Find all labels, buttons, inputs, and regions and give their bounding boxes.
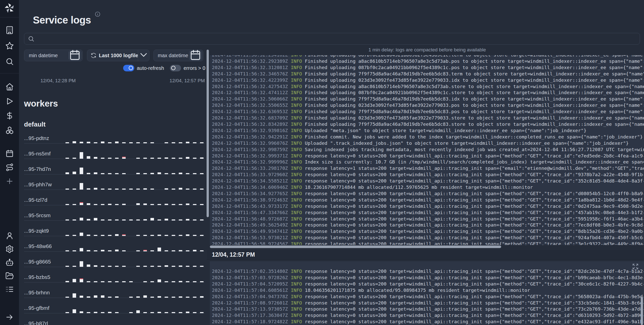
log-line: 2024-12-04T11:56:43.973317Z INFO respons… — [212, 203, 644, 210]
dollar-icon[interactable] — [5, 111, 14, 120]
sidebar-divider — [0, 17, 19, 17]
play-icon[interactable] — [5, 97, 14, 106]
activity-bar — [115, 266, 119, 267]
activity-bar — [122, 204, 126, 205]
max-datetime-input[interactable] — [157, 52, 189, 59]
activity-bar — [115, 281, 119, 282]
activity-bar — [172, 142, 175, 143]
activity-bar — [122, 281, 126, 282]
worker-name: ...95-48w66 — [24, 243, 62, 251]
activity-bar — [94, 265, 97, 267]
star-icon[interactable] — [5, 42, 14, 50]
activity-bar — [101, 250, 104, 251]
log-panel-latest: 2024-12-04T11:57:02.351480Z INFO respons… — [210, 261, 644, 325]
activity-bar — [122, 266, 126, 267]
activity-bar — [158, 172, 161, 174]
worker-row[interactable]: ...95-bzbs5 — [24, 267, 205, 282]
worker-row[interactable]: ...95-phh7w — [24, 174, 205, 190]
worker-row[interactable]: ...95-5rcsm — [24, 205, 205, 221]
log-line: 2024-12-04T11:57:03.972826Z INFO respons… — [212, 275, 644, 281]
activity-bar — [200, 250, 204, 251]
activity-bar — [136, 173, 140, 174]
min-datetime-input[interactable] — [28, 52, 69, 59]
logs-horizontal-scrollbar[interactable] — [210, 246, 501, 248]
worker-name: ...95-bzbs5 — [24, 274, 62, 282]
errors-filter-toggle[interactable] — [170, 65, 181, 71]
expand-icon[interactable] — [632, 263, 639, 270]
log-line: 2024-12-04T11:56:32.636953Z INFO Finishe… — [212, 109, 644, 115]
log-line: 2024-12-04T11:57:04.947378Z INFO respons… — [212, 294, 644, 300]
logfiles-dropdown-button[interactable] — [138, 50, 149, 61]
worker-row[interactable]: ...95-gfbmf — [24, 298, 205, 313]
activity-bar — [179, 142, 182, 143]
log-line: 2024-12-04T11:56:34.558521Z INFO respons… — [212, 178, 644, 184]
min-datetime-calendar-button[interactable] — [69, 51, 81, 60]
calendar-icon[interactable] — [5, 149, 14, 158]
activity-bar — [101, 312, 104, 313]
max-datetime-calendar-button[interactable] — [189, 51, 202, 60]
errors-filter-label: errors > 0 — [184, 65, 205, 71]
activity-bar — [73, 309, 76, 313]
latest-logs-vertical-scrollbar[interactable] — [641, 297, 643, 325]
activity-bar — [136, 219, 140, 220]
boxes-icon[interactable] — [5, 126, 14, 134]
plus-icon[interactable] — [5, 177, 14, 186]
activity-bar — [87, 281, 90, 282]
activity-bar — [179, 204, 182, 205]
activity-bar — [101, 141, 104, 143]
worker-row[interactable]: ...95-g8665 — [24, 252, 205, 267]
activity-bar — [65, 297, 69, 298]
activity-bar — [186, 157, 189, 159]
log-line: 2024-12-04T11:56:47.334766Z INFO respons… — [212, 210, 644, 216]
activity-bar — [179, 250, 182, 251]
log-line: 2024-12-04T11:56:32.939816Z INFO Uploade… — [212, 128, 644, 134]
windmill-logo-icon[interactable] — [4, 3, 15, 13]
home-icon[interactable] — [5, 83, 14, 91]
activity-bar — [150, 173, 154, 174]
bot-icon[interactable] — [5, 258, 14, 267]
activity-bar — [65, 312, 69, 313]
activity-bar — [87, 142, 90, 143]
worker-row[interactable]: ...95-zqkt9 — [24, 221, 205, 236]
list-icon[interactable] — [5, 285, 14, 294]
worker-row[interactable]: ...95-pdtnz — [24, 128, 205, 144]
activity-bar — [172, 235, 175, 236]
worker-row[interactable]: ...95-7hd7n — [24, 159, 205, 174]
route-icon[interactable] — [5, 163, 14, 172]
worker-row[interactable]: ...95-ns5mf — [24, 144, 205, 159]
worker-row[interactable]: ...95-brhnn — [24, 282, 205, 298]
activity-bar — [186, 250, 189, 251]
search-input[interactable] — [37, 36, 636, 42]
info-icon[interactable] — [95, 11, 101, 17]
folder-icon[interactable] — [5, 272, 14, 280]
worker-row[interactable]: ...95-48w66 — [24, 236, 205, 252]
activity-bar — [158, 296, 161, 298]
settings-icon[interactable] — [5, 245, 14, 253]
activity-bar — [115, 250, 119, 251]
worker-name: ...95-7hd7n — [24, 166, 62, 174]
search-icon[interactable] — [5, 57, 14, 66]
building-icon[interactable] — [5, 26, 14, 34]
activity-bar — [143, 173, 147, 174]
worker-row[interactable]: ...95-b87rl — [24, 313, 205, 325]
logs-vertical-scrollbar[interactable] — [207, 50, 209, 217]
activity-bar — [193, 281, 196, 282]
logfiles-select[interactable]: Last 1000 logfiles — [87, 50, 149, 61]
activity-bar — [158, 158, 161, 159]
page-title: Service logs — [33, 14, 91, 26]
activity-bar — [200, 281, 204, 282]
activity-bar — [108, 266, 112, 267]
activity-bar — [200, 219, 204, 220]
activity-bar — [115, 234, 119, 236]
activity-bar — [165, 250, 168, 251]
activity-bar — [186, 234, 189, 236]
worker-row[interactable]: ...95-tzl7d — [24, 190, 205, 205]
activity-bar — [108, 235, 112, 236]
activity-bar — [65, 281, 69, 282]
user-icon[interactable] — [5, 231, 14, 240]
activity-bar — [150, 266, 154, 267]
arrow-right-icon[interactable] — [5, 313, 14, 321]
worker-activity-sparkline — [62, 205, 205, 220]
auto-refresh-toggle[interactable] — [123, 65, 134, 71]
activity-bar — [136, 203, 140, 205]
